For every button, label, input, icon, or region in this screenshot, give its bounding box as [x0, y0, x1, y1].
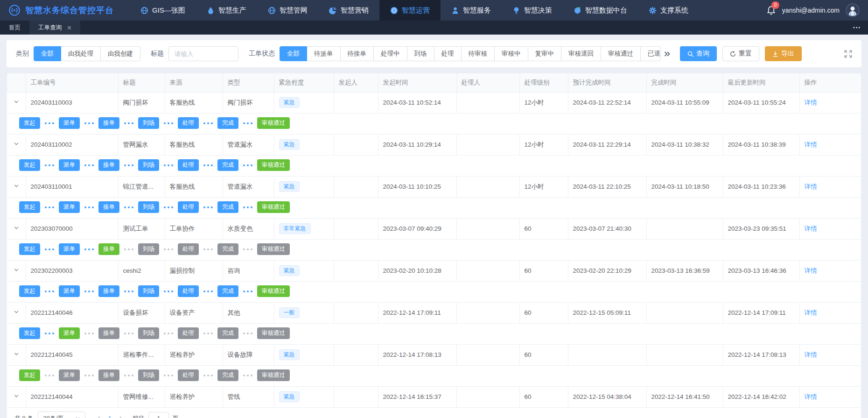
- expand-row-button[interactable]: [14, 99, 19, 105]
- detail-link[interactable]: 详情: [805, 99, 817, 106]
- title-input[interactable]: [168, 46, 238, 61]
- cell-level: 60: [519, 260, 568, 281]
- chevron-down-icon: [75, 416, 80, 418]
- next-page-button[interactable]: [115, 416, 127, 418]
- nav-item-6[interactable]: 智慧决策: [502, 0, 563, 21]
- cell-type: 管道漏水: [223, 176, 274, 197]
- data-icon: [574, 7, 581, 14]
- notifications-button[interactable]: 0: [766, 6, 776, 15]
- tab-1[interactable]: 工单查询: [29, 21, 80, 35]
- step-separator-dots: [243, 333, 252, 334]
- category-option-0[interactable]: 全部: [34, 46, 61, 61]
- step-separator-dots: [243, 290, 252, 292]
- steps-row: 发起派单接单到场处理完成审核通过: [7, 155, 861, 176]
- nav-item-8[interactable]: 支撑系统: [638, 0, 699, 21]
- status-option-0[interactable]: 全部: [280, 46, 307, 61]
- expand-row-button[interactable]: [14, 351, 19, 357]
- urgency-badge: 紧急: [279, 391, 300, 402]
- main-nav: GIS—张图智慧生产智慧管网智慧营销智慧运营智慧服务智慧决策智慧数据中台支撑系统: [130, 0, 699, 21]
- query-button[interactable]: 查询: [680, 46, 717, 61]
- step-separator-dots: [45, 248, 54, 250]
- urgency-badge: 紧急: [279, 181, 300, 191]
- refresh-icon: [730, 51, 736, 57]
- status-option-11[interactable]: 已退: [640, 46, 661, 61]
- user-email[interactable]: yanshi@admin.com: [782, 7, 840, 14]
- detail-link[interactable]: 详情: [805, 183, 817, 190]
- status-option-5[interactable]: 处理: [434, 46, 462, 61]
- cell-expected_time: 2024-03-11 22:10:25: [568, 176, 646, 197]
- cell-level: 60: [519, 386, 568, 407]
- cell-update_time: 2023-03-13 16:46:36: [723, 260, 799, 281]
- nav-item-label: 智慧生产: [218, 6, 246, 15]
- cell-update_time: 2024-03-11 10:38:39: [723, 134, 799, 155]
- nav-item-4[interactable]: 智慧运营: [379, 0, 441, 21]
- fullscreen-button[interactable]: [844, 50, 852, 58]
- status-option-2[interactable]: 待接单: [340, 46, 374, 61]
- urgency-badge: 紧急: [279, 349, 300, 360]
- nav-item-2[interactable]: 智慧管网: [257, 0, 318, 21]
- urgency-badge: 紧急: [279, 139, 300, 149]
- detail-link[interactable]: 详情: [805, 351, 817, 358]
- detail-link[interactable]: 详情: [805, 267, 817, 274]
- detail-link[interactable]: 详情: [805, 141, 817, 148]
- reset-button[interactable]: 重置: [722, 46, 759, 61]
- current-page[interactable]: 1: [105, 415, 115, 418]
- step-2: 接单: [98, 369, 119, 381]
- category-option-1[interactable]: 由我处理: [61, 46, 101, 61]
- avatar[interactable]: [846, 3, 860, 17]
- nav-item-3[interactable]: 智慧营销: [318, 0, 379, 21]
- status-option-8[interactable]: 复审中: [528, 46, 562, 61]
- expand-row-button[interactable]: [14, 393, 19, 399]
- page-size-select[interactable]: 20条/页: [38, 411, 85, 418]
- status-option-4[interactable]: 到场: [407, 46, 434, 61]
- cell-handler: [456, 176, 519, 197]
- detail-link[interactable]: 详情: [805, 225, 817, 232]
- status-option-9[interactable]: 审核退回: [561, 46, 601, 61]
- step-5: 完成: [217, 327, 238, 339]
- step-separator-dots: [124, 248, 133, 250]
- step-4: 处理: [178, 117, 199, 129]
- cell-handler: [456, 92, 519, 113]
- category-option-2[interactable]: 由我创建: [100, 46, 140, 61]
- status-option-7[interactable]: 审核中: [494, 46, 528, 61]
- expand-row-button[interactable]: [14, 225, 19, 231]
- nav-item-7[interactable]: 智慧数据中台: [563, 0, 638, 21]
- expand-row-button[interactable]: [14, 309, 19, 315]
- step-separator-dots: [203, 333, 213, 334]
- status-overflow-button[interactable]: [664, 50, 671, 57]
- status-option-10[interactable]: 审核通过: [601, 46, 641, 61]
- nav-item-1[interactable]: 智慧生产: [196, 0, 257, 21]
- step-6: 审核通过: [257, 117, 290, 129]
- expand-row-button[interactable]: [14, 183, 19, 189]
- tab-0[interactable]: 首页: [0, 21, 29, 35]
- step-separator-dots: [124, 375, 133, 376]
- step-1: 派单: [59, 369, 80, 381]
- workorder-table-card: 工单编号标题来源类型紧急程度发起人发起时间处理人处理级别预计完成时间完成时间最后…: [7, 73, 861, 418]
- export-button[interactable]: 导出: [765, 46, 802, 61]
- cell-finish_time: [646, 344, 723, 365]
- table-row: 202212140044管网维修...巡检养护管线紧急2022-12-14 16…: [7, 386, 861, 407]
- urgency-badge: 一般: [279, 307, 300, 318]
- category-label: 类别: [16, 50, 29, 58]
- close-icon[interactable]: [67, 26, 71, 30]
- status-option-1[interactable]: 待派单: [307, 46, 341, 61]
- cell-initiator: [334, 218, 378, 239]
- status-option-6[interactable]: 待审核: [461, 46, 495, 61]
- cell-initiator: [334, 134, 378, 155]
- status-option-3[interactable]: 处理中: [373, 46, 407, 61]
- detail-link[interactable]: 详情: [805, 309, 817, 316]
- nav-item-5[interactable]: 智慧服务: [441, 0, 502, 21]
- expand-row-button[interactable]: [14, 141, 19, 147]
- category-group: 全部由我处理由我创建: [34, 46, 140, 61]
- nav-item-0[interactable]: GIS—张图: [130, 0, 196, 21]
- detail-link[interactable]: 详情: [805, 393, 817, 400]
- cell-type: 水质变色: [223, 218, 274, 239]
- table-row: 202303070000测试工单工单协作水质变色非常紧急2023-03-07 0…: [7, 218, 861, 239]
- cell-update_time: 2022-12-14 16:42:02: [723, 386, 799, 407]
- prev-page-button[interactable]: [93, 416, 105, 418]
- goto-page-input[interactable]: [148, 412, 169, 418]
- nav-item-label: 智慧营销: [341, 6, 369, 15]
- expand-row-button[interactable]: [14, 267, 19, 273]
- tab-more-button[interactable]: [853, 21, 868, 35]
- cell-source: 客服热线: [165, 176, 223, 197]
